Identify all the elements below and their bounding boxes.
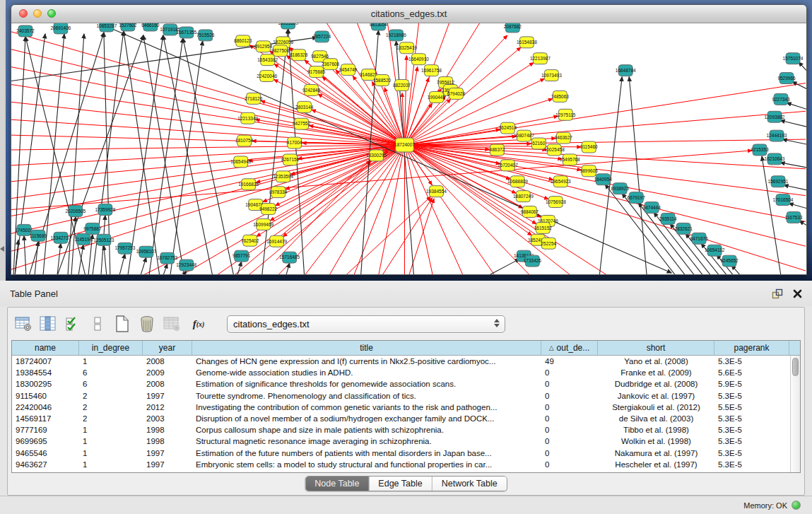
graph-node[interactable]: 12213987 [530,53,551,64]
graph-node[interactable]: 8454749 [339,64,358,76]
graph-node[interactable]: 1810754 [235,135,254,146]
graph-node[interactable]: 8186328 [290,49,308,61]
graph-node[interactable]: 6679197 [628,192,646,204]
table-row[interactable]: 1456911722003Disruption of a novel membe… [12,413,800,424]
close-window-icon[interactable] [19,9,28,18]
graph-node[interactable]: 2087682 [504,23,522,33]
tab-edge-table[interactable]: Edge Table [369,477,432,491]
graph-node[interactable]: 15495768 [560,154,580,165]
graph-node[interactable]: 9463627 [555,132,573,144]
graph-node[interactable]: 10688809 [507,176,528,187]
graph-node[interactable]: 2403572 [16,25,35,37]
graph-node[interactable]: 10958107 [136,246,156,257]
graph-node[interactable]: 9242848 [302,85,321,96]
graph-node[interactable]: 16640910 [408,54,429,65]
tab-node-table[interactable]: Node Table [305,477,369,491]
column-header-short[interactable]: short [598,341,714,355]
graph-node[interactable]: 2718126 [245,93,263,104]
graph-node[interactable]: 252254 [541,238,557,249]
graph-hub-node[interactable]: 18724007 [394,138,415,152]
table-row[interactable]: 1938455462009Genome-wide association stu… [12,367,800,378]
graph-node[interactable]: 1990448 [428,91,446,103]
graph-node[interactable]: 15751074 [783,53,804,64]
graph-node[interactable]: 9857791 [233,250,251,262]
graph-node[interactable]: 3624514 [499,122,517,134]
graph-node[interactable]: 1145194 [75,233,93,245]
select-all-columns-button[interactable] [63,314,83,334]
new-column-button[interactable] [112,314,132,334]
graph-node[interactable]: 19654923 [551,176,571,187]
column-header-name[interactable]: name [12,341,79,355]
graph-node[interactable]: 8427552 [293,118,311,129]
graph-node[interactable]: 16961758 [421,65,442,76]
graph-node[interactable]: 1115689 [30,230,47,241]
table-selector-dropdown[interactable]: citations_edges.txt [227,315,505,333]
tab-network-table[interactable]: Network Table [433,477,507,491]
panel-collapse-arrow-icon[interactable] [0,246,4,252]
graph-node[interactable]: 12505123 [93,234,114,245]
zoom-window-icon[interactable] [47,9,56,18]
table-row[interactable]: 1872400712008Changes of HCN gene express… [12,356,800,367]
graph-node[interactable]: 16648784 [616,65,636,76]
network-graph-canvas[interactable]: 8860123891295418226058982750816543382818… [11,23,806,274]
graph-node[interactable]: 9884067 [521,206,539,218]
graph-node[interactable]: 1640954 [594,174,613,185]
column-header-pagerank[interactable]: pagerank [714,341,789,355]
graph-node[interactable]: 2803144 [295,101,314,112]
show-columns-button[interactable] [38,314,58,334]
graph-node[interactable]: 7515526 [196,30,215,41]
close-panel-icon[interactable] [793,289,802,298]
minimize-window-icon[interactable] [33,9,42,18]
table-row[interactable]: 2242004622012Investigating the contribut… [12,402,800,413]
graph-node[interactable]: 6466160 [141,23,160,31]
graph-node[interactable]: 19218986 [386,30,406,41]
vertical-scrollbar[interactable] [790,356,800,472]
scrollbar-thumb[interactable] [792,358,799,376]
graph-node[interactable]: 17359928 [95,204,115,216]
graph-node[interactable]: 6794028 [447,88,466,99]
graph-node[interactable]: 8822037 [393,80,411,91]
graph-node[interactable]: 10653287 [96,23,117,32]
graph-node[interactable]: 9175685 [307,66,326,78]
graph-node[interactable]: 1588520 [373,75,392,86]
graph-node[interactable]: 486372 [490,144,505,156]
table-row[interactable]: 969969511998Structural magnetic resonanc… [12,436,800,447]
graph-node[interactable]: 15716485 [279,252,300,263]
table-row[interactable]: 911546021997Tourette syndrome. Phenomeno… [12,390,800,402]
graph-node[interactable]: 8471676 [690,233,709,244]
graph-node[interactable]: 19166825 [238,179,259,190]
graph-node[interactable]: 10807487 [514,130,534,141]
graph-node[interactable]: 7625402 [241,235,259,246]
column-header-out_degree[interactable]: △out_de... [541,341,598,355]
table-row[interactable]: 946362711997Embryonic stem cells: a mode… [12,459,800,470]
table-mode-button[interactable] [13,314,33,334]
graph-node[interactable]: 10654945 [230,156,251,168]
graph-node[interactable]: 18325419 [396,42,417,54]
graph-node[interactable]: 9498222 [259,204,278,215]
graph-node[interactable]: 13342737 [51,232,71,243]
graph-node[interactable]: 12923448 [176,259,196,271]
graph-node[interactable]: 2935114 [659,213,677,224]
graph-node[interactable]: 417004 [287,137,302,148]
graph-node[interactable]: 9529966 [777,73,796,84]
graph-node[interactable]: 8860123 [234,35,252,47]
graph-node[interactable]: 8912954 [254,41,273,52]
graph-node[interactable]: 9245652 [720,255,739,267]
graph-node[interactable]: 8215353 [751,144,769,156]
delete-column-button[interactable] [137,314,157,334]
graph-node[interactable]: 10973493 [541,70,562,81]
graph-node[interactable]: 7832621 [675,223,693,234]
graph-node[interactable]: 7485063 [551,90,570,102]
graph-node[interactable]: 12353594 [273,171,293,182]
graph-node[interactable]: 20691406 [51,23,71,34]
graph-node[interactable]: 16782753 [157,252,177,264]
column-header-title[interactable]: title [192,341,541,355]
unselect-all-columns-button[interactable] [88,314,107,334]
memory-status-icon[interactable] [792,501,801,510]
table-row[interactable]: 1830029562008Estimation of significance … [12,378,800,390]
graph-node[interactable]: 2367608 [322,59,340,70]
graph-node[interactable]: 9975887 [83,223,102,234]
graph-node[interactable]: 20206505 [65,206,86,217]
function-builder-button[interactable]: f(x) [187,314,211,334]
graph-node[interactable]: 8267150 [281,154,300,165]
